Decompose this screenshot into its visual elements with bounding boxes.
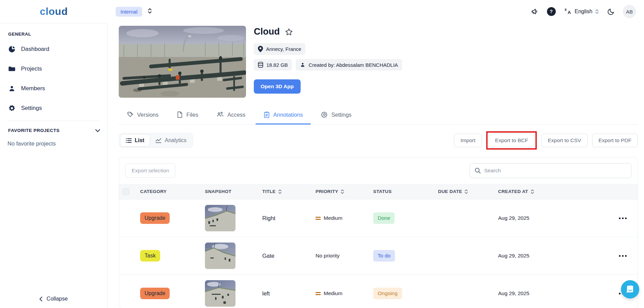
- priority-label: No priority: [316, 253, 340, 259]
- favorite-star-icon[interactable]: [285, 28, 293, 36]
- table-row[interactable]: Task Gate No priority To do Aug 29, 2025: [119, 237, 638, 274]
- chat-launcher-button[interactable]: [621, 280, 639, 299]
- annotation-title: left: [262, 290, 316, 297]
- help-icon[interactable]: ?: [547, 7, 556, 16]
- import-button[interactable]: Import: [454, 134, 482, 147]
- person-icon: [300, 62, 305, 68]
- column-status: STATUS: [373, 189, 438, 194]
- top-right-actions: ? ẋA English AB: [531, 5, 644, 18]
- workspace-sort-chevrons-icon[interactable]: [148, 8, 152, 15]
- folder-icon: [8, 65, 16, 73]
- sidebar-section-general: GENERAL: [8, 32, 99, 37]
- column-priority[interactable]: PRIORITY: [316, 189, 373, 194]
- export-to-bcf-button[interactable]: Export to BCF: [489, 134, 534, 147]
- chevron-down-icon[interactable]: [95, 129, 100, 132]
- category-badge: Upgrade: [140, 288, 170, 299]
- language-selector[interactable]: ẋA English: [564, 7, 599, 16]
- select-all-checkbox[interactable]: [122, 188, 129, 195]
- person-icon: [8, 85, 16, 92]
- column-title[interactable]: TITLE: [262, 189, 316, 194]
- people-icon: [216, 111, 224, 118]
- project-header: Cloud Annecy, France 18.82 GB: [119, 26, 638, 98]
- project-thumbnail: [119, 26, 246, 98]
- export-to-pdf-button[interactable]: Export to PDF: [592, 134, 638, 147]
- sidebar-item-members[interactable]: Members: [0, 81, 107, 96]
- column-category: CATEGORY: [140, 189, 205, 194]
- search-input[interactable]: [484, 168, 626, 174]
- language-chevrons-icon: [595, 9, 599, 14]
- created-at-cell: Aug 29, 2025: [498, 253, 595, 259]
- priority-label: Medium: [324, 290, 342, 296]
- export-to-csv-button[interactable]: Export to CSV: [541, 134, 587, 147]
- priority-cell: No priority: [316, 253, 373, 259]
- table-row[interactable]: Upgrade Right Medium Done Aug 29, 2025: [119, 199, 638, 237]
- view-analytics-button[interactable]: Analytics: [150, 134, 192, 147]
- sidebar-item-dashboard[interactable]: Dashboard: [0, 41, 107, 57]
- clipboard-icon: [264, 111, 270, 118]
- sidebar-item-label: Settings: [21, 105, 42, 112]
- row-actions-menu[interactable]: [595, 217, 638, 219]
- tab-label: Files: [186, 112, 198, 118]
- analytics-icon: [155, 138, 162, 143]
- project-info: Cloud Annecy, France 18.82 GB: [254, 26, 402, 98]
- search-box[interactable]: [470, 163, 631, 178]
- size-text: 18.82 GB: [266, 62, 288, 68]
- project-tabs: Versions Files Access Annotations Settin…: [119, 107, 638, 124]
- user-avatar[interactable]: AB: [623, 5, 636, 18]
- tab-settings[interactable]: Settings: [313, 107, 360, 124]
- column-created-at[interactable]: CREATED AT: [498, 189, 595, 194]
- tab-access[interactable]: Access: [208, 107, 253, 124]
- app-window: cloud Internal ? ẋA English AB: [0, 0, 644, 308]
- favorites-section-header[interactable]: FAVORITE PROJECTS: [0, 128, 107, 133]
- sidebar-item-projects[interactable]: Projects: [0, 61, 107, 77]
- sidebar-item-settings[interactable]: Settings: [0, 100, 107, 116]
- svg-text:A: A: [568, 10, 571, 15]
- view-list-button[interactable]: List: [120, 134, 150, 147]
- sidebar-item-label: Dashboard: [21, 46, 49, 53]
- tab-versions[interactable]: Versions: [119, 107, 167, 124]
- view-analytics-label: Analytics: [165, 137, 186, 143]
- status-badge: Ongoing: [373, 288, 402, 299]
- chevron-left-icon: [39, 296, 42, 302]
- sidebar-divider: [8, 120, 99, 120]
- dark-mode-icon[interactable]: [607, 8, 615, 16]
- export-selection-button[interactable]: Export selection: [125, 163, 175, 178]
- annotations-toolbar: List Analytics Import Export to BCF Expo…: [119, 131, 638, 150]
- annotation-title: Right: [262, 215, 316, 222]
- project-title: Cloud: [254, 26, 280, 37]
- snapshot-thumbnail: [205, 243, 235, 269]
- open-3d-app-button[interactable]: Open 3D App: [254, 79, 301, 94]
- location-badge: Annecy, France: [254, 43, 305, 55]
- snapshot-thumbnail: [205, 280, 235, 307]
- tab-label: Versions: [137, 112, 158, 118]
- snapshot-thumbnail: [205, 205, 235, 231]
- highlight-annotation-box: Export to BCF: [486, 131, 537, 150]
- gear-icon: [8, 104, 16, 112]
- language-label: English: [575, 8, 592, 15]
- table-row[interactable]: Upgrade left Medium Ongoing Aug 29, 2025: [119, 274, 638, 308]
- sort-icon: [465, 189, 468, 194]
- workspace-selector[interactable]: Internal: [116, 7, 152, 17]
- created-at-cell: Aug 29, 2025: [498, 290, 595, 296]
- view-switcher: List Analytics: [119, 133, 193, 148]
- category-badge: Upgrade: [140, 212, 170, 224]
- app-logo[interactable]: cloud: [40, 6, 68, 17]
- priority-label: Medium: [324, 215, 342, 221]
- annotations-table: Export selection CATEGORY SNAPSHOT TITLE…: [119, 157, 638, 308]
- top-bar: cloud Internal ? ẋA English AB: [0, 0, 644, 23]
- view-list-label: List: [135, 137, 144, 143]
- tab-label: Settings: [331, 112, 352, 118]
- collapse-sidebar-button[interactable]: Collapse: [0, 296, 107, 302]
- workspace-badge[interactable]: Internal: [116, 7, 142, 17]
- file-icon: [177, 111, 183, 118]
- search-icon: [475, 168, 481, 174]
- priority-cell: Medium: [316, 290, 373, 296]
- tab-files[interactable]: Files: [169, 107, 206, 124]
- tab-annotations[interactable]: Annotations: [255, 107, 311, 124]
- sort-icon: [341, 189, 344, 194]
- announcements-icon[interactable]: [531, 7, 539, 16]
- sidebar: GENERAL Dashboard Projects Members Setti…: [0, 23, 108, 308]
- row-actions-menu[interactable]: [595, 255, 638, 257]
- created-at-cell: Aug 29, 2025: [498, 215, 595, 221]
- column-due-date[interactable]: DUE DATE: [438, 189, 498, 194]
